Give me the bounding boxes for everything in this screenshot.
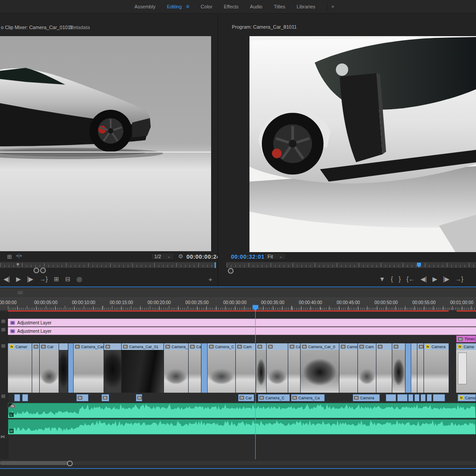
video-clip[interactable]: fxCar <box>288 343 301 393</box>
workspace-tab-effects[interactable]: Effects <box>224 4 238 9</box>
scrollbar-thumb[interactable] <box>0 461 71 465</box>
work-area-bar[interactable] <box>0 288 476 298</box>
video-clip[interactable]: fx <box>76 394 89 402</box>
workspace-tab-color[interactable]: Color <box>201 4 212 9</box>
video-clip[interactable]: fxCam <box>358 343 376 393</box>
video-clip[interactable]: fxCamera_Car_010 <box>74 343 104 393</box>
video-clip[interactable] <box>408 394 413 402</box>
video-clip[interactable]: fxCam <box>236 343 256 393</box>
adjustment-layer-clip[interactable]: fx Adjustment Layer <box>8 319 476 327</box>
video-clip[interactable]: fxCar <box>40 343 59 393</box>
video-clip[interactable] <box>14 394 20 402</box>
video-clip[interactable]: fxCame <box>456 343 476 393</box>
video-clip[interactable]: fx <box>417 343 424 393</box>
play-button[interactable]: ▶ <box>16 275 21 283</box>
track-toggle-icon[interactable] <box>1 320 5 323</box>
workspace-tab-libraries[interactable]: Libraries <box>297 4 315 9</box>
drag-video-icon[interactable]: ⊞ <box>7 253 12 260</box>
video-clip[interactable] <box>59 343 68 393</box>
video-clip[interactable] <box>427 394 432 402</box>
snap-toggle-icon[interactable]: ⋈ <box>0 434 5 439</box>
video-clip[interactable] <box>405 343 411 393</box>
video-clip[interactable]: fxCamera_Car_0 <box>301 343 339 393</box>
mark-out-button[interactable]: } <box>399 275 401 283</box>
video-clip[interactable]: fxCamera_C <box>258 394 290 402</box>
timeline-horizontal-scrollbar[interactable] <box>0 461 476 465</box>
program-mini-ruler[interactable] <box>227 262 476 268</box>
video-clip[interactable] <box>397 394 408 402</box>
step-back-button[interactable]: ◀| <box>4 275 10 283</box>
timecode-clip[interactable]: fx Timec <box>456 335 476 342</box>
video-clip[interactable] <box>414 394 420 402</box>
go-to-out-button[interactable]: →} <box>455 275 464 283</box>
video-clip[interactable]: fxCam <box>189 343 201 393</box>
video-clip[interactable]: fxCar <box>238 394 254 402</box>
step-forward-button[interactable]: |▶ <box>27 275 33 283</box>
export-frame-button[interactable]: ◎ <box>77 275 82 283</box>
video-clip[interactable] <box>68 343 74 393</box>
workspace-tab-titles[interactable]: Titles <box>274 4 285 9</box>
video-clip[interactable]: fx <box>104 343 122 393</box>
video-clip[interactable]: fx <box>256 343 267 393</box>
work-area-handle[interactable] <box>18 291 23 294</box>
video-clip[interactable]: fx <box>376 343 392 393</box>
workspace-tab-audio[interactable]: Audio <box>250 4 262 9</box>
workspace-tab-assembly[interactable]: Assembly <box>134 4 156 9</box>
program-zoom-handle[interactable] <box>228 268 234 274</box>
settings-wrench-icon[interactable]: ⚙ <box>178 253 183 260</box>
program-panel-title[interactable]: Program: Camera_Car_01011 <box>232 24 297 30</box>
video-clip[interactable] <box>433 394 445 402</box>
adjustment-layer-clip[interactable]: fx Adjustment Layer <box>8 327 476 335</box>
step-back-button[interactable]: ◀| <box>420 275 427 283</box>
mark-in-button[interactable]: { <box>391 275 393 283</box>
video-clip[interactable]: fxCamer <box>8 343 32 393</box>
video-clip[interactable] <box>386 394 396 402</box>
go-to-in-button[interactable]: {← <box>406 275 415 283</box>
timeline-playhead-line[interactable] <box>255 308 256 459</box>
go-to-out-button[interactable]: →} <box>40 275 48 283</box>
workspace-overflow-icon[interactable]: » <box>331 4 334 9</box>
timeline-ruler[interactable]: 00:00:0000:00:05:0000:00:10:0000:00:15:0… <box>0 297 476 310</box>
clip-label: Came <box>465 396 476 400</box>
video-clip[interactable]: fxCamera_C <box>208 343 236 393</box>
add-marker-button[interactable]: ▼ <box>379 275 385 283</box>
video-clip[interactable]: fx <box>267 343 288 393</box>
ruler-label: 00:00:50:00 <box>375 300 398 305</box>
drag-audio-video-icon[interactable]: +|+ <box>16 253 22 258</box>
video-clip[interactable]: fxCamera_Ca <box>291 394 325 402</box>
video-clip[interactable] <box>201 343 208 393</box>
source-zoom-scrollbar[interactable] <box>0 268 216 273</box>
video-clip[interactable]: fxCamera <box>353 394 380 402</box>
video-clip[interactable]: fxCamera_ <box>164 343 189 393</box>
button-editor-plus[interactable]: + <box>208 275 212 283</box>
video-clip[interactable]: fxCamera_Car_01 <box>122 343 164 393</box>
timeline-panel: 00:00:0000:00:05:0000:00:10:0000:00:15:0… <box>0 286 476 469</box>
track-toggle-icon[interactable] <box>1 328 5 331</box>
step-forward-button[interactable]: |▶ <box>443 275 449 283</box>
video-clip[interactable]: fxCamera <box>424 343 449 393</box>
source-zoom-select[interactable]: 1/2 ⌄ <box>151 253 174 260</box>
play-button[interactable]: ▶ <box>432 275 437 283</box>
insert-button[interactable]: ⊞ <box>54 275 59 283</box>
scrollbar-handle[interactable] <box>67 461 73 466</box>
video-clip[interactable]: fx <box>136 394 142 402</box>
overwrite-button[interactable]: ⊟ <box>65 275 71 283</box>
tab-metadata[interactable]: Metadata <box>70 25 90 30</box>
tab-clip-mixer[interactable]: o Clip Mixer: Camera_Car_01011 <box>1 25 73 30</box>
video-clip[interactable]: fx <box>392 343 405 393</box>
video-clip[interactable] <box>420 394 426 402</box>
audio-clip[interactable]: L fx R <box>8 403 476 435</box>
workspace-tab-editing[interactable]: Editing <box>167 4 182 9</box>
video-clip[interactable]: fxCame <box>339 343 358 393</box>
program-monitor[interactable] <box>249 36 476 253</box>
video-clip[interactable]: fx <box>101 394 109 402</box>
video-clip[interactable]: fx <box>32 343 40 393</box>
video-clip[interactable] <box>411 343 417 393</box>
program-zoom-select[interactable]: Fit ⌄ <box>264 253 286 260</box>
source-monitor[interactable] <box>0 36 211 251</box>
workspace-menu-icon[interactable]: ≡ <box>186 4 189 10</box>
fx-badge-icon: fx <box>123 345 128 349</box>
video-clip[interactable]: fxCame <box>457 394 476 402</box>
panel-menu-icon[interactable]: ≡ <box>283 24 286 30</box>
video-clip[interactable] <box>22 394 28 402</box>
